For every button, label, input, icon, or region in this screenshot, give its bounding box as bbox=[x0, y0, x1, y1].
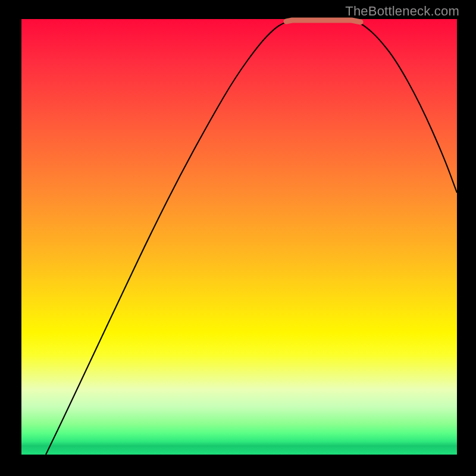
watermark-text: TheBottleneck.com bbox=[345, 4, 459, 19]
chart-frame: TheBottleneck.com bbox=[0, 0, 476, 476]
flat-marker bbox=[286, 20, 361, 22]
chart-svg bbox=[0, 0, 476, 476]
bottleneck-curve bbox=[46, 20, 457, 455]
